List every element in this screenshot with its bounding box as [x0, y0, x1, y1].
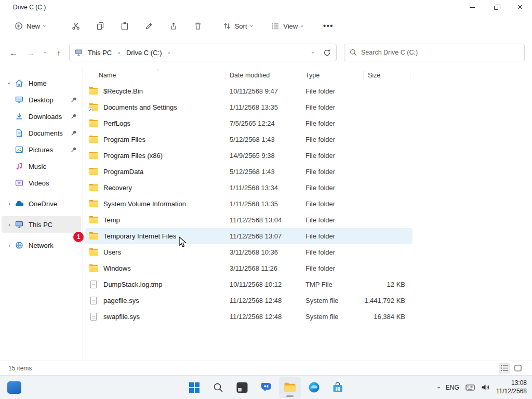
search-box[interactable]: [344, 44, 525, 61]
file-date: 10/11/2568 10:12: [225, 281, 301, 288]
file-date: 1/11/2568 13:35: [225, 103, 301, 111]
sidebar-item-pictures[interactable]: Pictures: [2, 141, 81, 158]
folder-icon: [89, 120, 98, 127]
file-row[interactable]: Documents and Settings 1/11/2568 13:35 F…: [85, 99, 413, 115]
sort-button[interactable]: Sort ›: [218, 18, 258, 34]
store-button[interactable]: [327, 377, 349, 398]
file-row[interactable]: Program Files 5/12/2568 1:43 File folder: [85, 131, 413, 148]
sidebar-item-label: Home: [29, 79, 47, 87]
file-name: swapfile.sys: [103, 313, 140, 321]
sidebar-item-onedrive[interactable]: › OneDrive: [2, 195, 81, 212]
sidebar-item-this-pc[interactable]: › This PC: [2, 216, 81, 233]
shortcut-arrow-icon: [88, 108, 92, 111]
delete-button[interactable]: [188, 18, 208, 34]
language-indicator[interactable]: ENG: [446, 384, 459, 391]
details-view-button[interactable]: [499, 363, 510, 374]
back-button[interactable]: ←: [7, 48, 20, 57]
sidebar-item-desktop[interactable]: Desktop: [2, 91, 81, 108]
file-row[interactable]: DumpStack.log.tmp 10/11/2568 10:12 TMP F…: [85, 276, 413, 292]
sidebar-item-documents[interactable]: Documents: [2, 125, 81, 141]
new-button[interactable]: New ›: [9, 18, 51, 34]
search-icon: [213, 382, 223, 393]
taskbar-search-button[interactable]: [207, 377, 229, 398]
edge-button[interactable]: [303, 377, 325, 398]
file-row[interactable]: swapfile.sys 11/12/2568 12:48 System fil…: [85, 309, 413, 325]
sidebar-item-videos[interactable]: Videos: [2, 175, 81, 191]
file-row[interactable]: System Volume Information 1/11/2568 13:3…: [85, 196, 413, 212]
file-type: File folder: [301, 87, 364, 95]
pictures-icon: [14, 145, 24, 154]
view-icon: [271, 22, 280, 30]
pin-icon: [71, 130, 77, 136]
sidebar-item-network[interactable]: › Network: [2, 237, 81, 254]
address-bar[interactable]: This PC › Drive C (C:) › ›: [69, 44, 337, 61]
sidebar-item-home[interactable]: › Home: [2, 75, 81, 91]
file-type: File folder: [301, 232, 364, 240]
file-type: File folder: [301, 103, 364, 111]
breadcrumb-chevron-icon[interactable]: ›: [167, 49, 171, 56]
refresh-icon[interactable]: [323, 49, 331, 57]
address-dropdown-icon[interactable]: ›: [310, 49, 316, 56]
chat-button[interactable]: [255, 377, 277, 398]
taskbar-app-dark-button[interactable]: [231, 377, 253, 398]
copy-button[interactable]: [90, 18, 111, 34]
shortcut-folder-icon: [89, 104, 98, 111]
chevron-right-icon[interactable]: ›: [5, 201, 14, 207]
file-row[interactable]: Users 3/11/2568 10:36 File folder: [85, 244, 413, 260]
keyboard-icon[interactable]: [466, 384, 475, 391]
file-icon: [90, 281, 97, 288]
more-options-button[interactable]: •••: [318, 19, 339, 33]
widgets-button[interactable]: [7, 381, 21, 394]
forward-button[interactable]: →: [24, 48, 37, 57]
start-button[interactable]: [183, 377, 205, 398]
breadcrumb-chevron-icon[interactable]: ›: [117, 49, 121, 56]
column-header-name[interactable]: Name: [85, 71, 225, 79]
cut-button[interactable]: [65, 18, 86, 34]
up-button[interactable]: ↑: [52, 48, 65, 57]
file-row-hovered[interactable]: Temporary Internet Files 11/12/2568 13:0…: [85, 228, 413, 244]
folder-icon: [89, 168, 98, 175]
share-button[interactable]: [163, 18, 184, 34]
pin-icon: [71, 113, 77, 119]
column-header-date[interactable]: Date modified: [225, 71, 301, 79]
dark-app-icon: [236, 382, 248, 393]
file-row[interactable]: $Recycle.Bin 10/11/2568 9:47 File folder: [85, 83, 413, 99]
file-row[interactable]: Temp 11/12/2568 13:04 File folder: [85, 212, 413, 228]
column-header-size[interactable]: Size: [364, 71, 410, 79]
sidebar-item-music[interactable]: Music: [2, 158, 81, 175]
column-header-type[interactable]: Type: [301, 71, 364, 79]
large-icons-view-button[interactable]: [512, 363, 524, 374]
file-date: 14/9/2565 9:38: [225, 152, 301, 159]
paste-button[interactable]: [114, 18, 135, 34]
file-explorer-button[interactable]: [279, 377, 301, 398]
rename-button[interactable]: [139, 18, 159, 34]
restore-button[interactable]: [484, 0, 508, 15]
close-button[interactable]: ×: [508, 0, 532, 15]
file-row[interactable]: PerfLogs 7/5/2565 12:24 File folder: [85, 115, 413, 131]
breadcrumb-this-pc[interactable]: This PC: [85, 49, 115, 57]
file-row[interactable]: Program Files (x86) 14/9/2565 9:38 File …: [85, 148, 413, 164]
volume-icon[interactable]: [481, 383, 490, 391]
minimize-button[interactable]: [460, 0, 484, 15]
hidden-icons-chevron[interactable]: ›: [435, 387, 442, 389]
clock[interactable]: 13:08 11/12/2568: [496, 379, 527, 395]
file-row[interactable]: ProgramData 5/12/2568 1:43 File folder: [85, 164, 413, 180]
file-row[interactable]: Recovery 1/11/2568 13:34 File folder: [85, 180, 413, 196]
folder-icon: [89, 136, 98, 143]
chevron-right-icon[interactable]: ›: [5, 242, 14, 248]
sidebar-item-label: Downloads: [29, 113, 62, 121]
chevron-right-icon[interactable]: ›: [5, 221, 14, 228]
history-chevron-icon[interactable]: ›: [42, 49, 48, 56]
chevron-down-icon[interactable]: ›: [6, 78, 12, 88]
file-row[interactable]: Windows 3/11/2568 11:26 File folder: [85, 260, 413, 276]
view-button[interactable]: View ›: [266, 18, 309, 34]
file-date: 11/12/2568 13:07: [225, 232, 301, 240]
sidebar-item-downloads[interactable]: Downloads: [2, 108, 81, 125]
file-type: File folder: [301, 152, 364, 159]
sidebar-item-label: This PC: [29, 221, 52, 229]
file-type: File folder: [301, 248, 364, 256]
breadcrumb-drive-c[interactable]: Drive C (C:): [123, 49, 165, 57]
file-row[interactable]: pagefile.sys 11/12/2568 12:48 System fil…: [85, 292, 413, 309]
chat-icon: [260, 382, 272, 393]
search-input[interactable]: [361, 49, 519, 56]
